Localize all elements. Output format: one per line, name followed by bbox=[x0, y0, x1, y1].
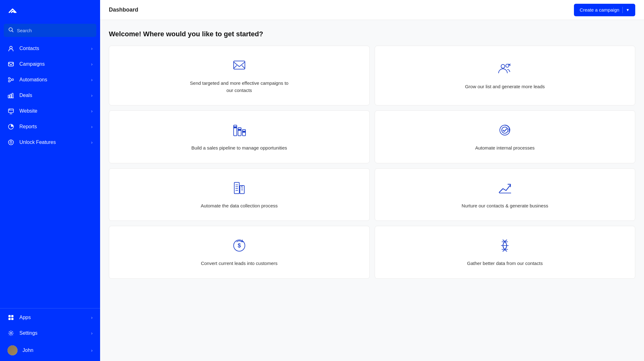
sidebar-item-user[interactable]: John › bbox=[0, 341, 100, 360]
svg-rect-35 bbox=[234, 126, 237, 128]
sidebar-item-settings[interactable]: Settings › bbox=[0, 325, 100, 341]
svg-rect-13 bbox=[8, 109, 13, 113]
svg-text:$: $ bbox=[238, 242, 241, 249]
card-automate-text: Automate internal processes bbox=[475, 145, 535, 152]
sidebar-item-deals[interactable]: Deals › bbox=[0, 88, 100, 103]
unlock-icon bbox=[8, 139, 14, 146]
sidebar-item-unlock-features[interactable]: Unlock Features › bbox=[0, 135, 100, 150]
sidebar-item-website[interactable]: Website › bbox=[0, 103, 100, 119]
sidebar-item-automations[interactable]: Automations › bbox=[0, 72, 100, 88]
svg-rect-10 bbox=[10, 94, 11, 98]
contacts-label: Contacts bbox=[19, 46, 39, 51]
sidebar-item-contacts[interactable]: Contacts › bbox=[0, 41, 100, 56]
automations-icon bbox=[8, 76, 14, 83]
user-label: John bbox=[23, 348, 33, 353]
sidebar: Search Contacts › bbox=[0, 0, 100, 361]
cards-grid: Send targeted and more effective campaig… bbox=[109, 46, 635, 279]
website-chevron: › bbox=[91, 109, 93, 114]
svg-rect-3 bbox=[8, 62, 13, 66]
svg-rect-11 bbox=[12, 93, 13, 98]
header: Dashboard Create a campaign ▼ bbox=[100, 0, 644, 20]
automate-icon bbox=[497, 122, 513, 140]
dashboard-content: Welcome! Where would you like to get sta… bbox=[100, 20, 644, 361]
svg-rect-37 bbox=[238, 129, 241, 131]
sidebar-item-campaigns[interactable]: Campaigns › bbox=[0, 56, 100, 72]
deals-label: Deals bbox=[19, 93, 32, 98]
card-nurture[interactable]: Nurture our contacts & generate business bbox=[375, 168, 636, 221]
card-pipeline-text: Build a sales pipeline to manage opportu… bbox=[191, 145, 287, 152]
svg-line-8 bbox=[10, 80, 12, 81]
svg-rect-24 bbox=[8, 318, 11, 320]
svg-line-7 bbox=[10, 79, 12, 80]
svg-rect-27 bbox=[234, 61, 245, 69]
dna-icon bbox=[497, 237, 513, 255]
svg-rect-39 bbox=[242, 131, 246, 133]
svg-rect-36 bbox=[238, 128, 241, 136]
button-chevron-icon: ▼ bbox=[626, 8, 630, 12]
sidebar-item-reports[interactable]: Reports › bbox=[0, 119, 100, 135]
contacts-icon bbox=[8, 45, 14, 52]
card-convert[interactable]: $ Convert current leads into customers bbox=[109, 226, 370, 279]
email-campaign-icon bbox=[231, 57, 247, 75]
svg-rect-23 bbox=[11, 315, 13, 317]
settings-label: Settings bbox=[19, 330, 38, 336]
svg-rect-42 bbox=[234, 182, 239, 194]
svg-line-1 bbox=[12, 31, 13, 32]
card-convert-text: Convert current leads into customers bbox=[201, 260, 277, 267]
card-gather[interactable]: Gather better data from our contacts bbox=[375, 226, 636, 279]
svg-rect-5 bbox=[8, 80, 10, 82]
search-box[interactable]: Search bbox=[4, 24, 96, 37]
unlock-features-label: Unlock Features bbox=[19, 140, 56, 145]
svg-point-2 bbox=[10, 46, 12, 49]
card-leads[interactable]: Grow our list and generate more leads bbox=[375, 46, 636, 105]
settings-icon bbox=[8, 330, 14, 337]
svg-rect-25 bbox=[11, 318, 13, 320]
website-icon bbox=[8, 108, 14, 114]
unlock-chevron: › bbox=[91, 140, 93, 145]
sidebar-logo[interactable] bbox=[0, 0, 100, 24]
card-data-collection[interactable]: Automate the data collection process bbox=[109, 168, 370, 221]
website-label: Website bbox=[19, 108, 38, 114]
main-content: Dashboard Create a campaign ▼ Welcome! W… bbox=[100, 0, 644, 361]
svg-rect-6 bbox=[12, 79, 13, 80]
create-campaign-button[interactable]: Create a campaign ▼ bbox=[574, 4, 635, 16]
deals-icon bbox=[8, 92, 14, 99]
search-icon bbox=[8, 27, 14, 34]
settings-chevron: › bbox=[91, 331, 93, 336]
page-title: Dashboard bbox=[109, 7, 138, 13]
reports-chevron: › bbox=[91, 124, 93, 129]
reports-label: Reports bbox=[19, 124, 37, 130]
svg-point-20 bbox=[10, 141, 12, 143]
apps-icon bbox=[8, 314, 14, 321]
automations-label: Automations bbox=[19, 77, 47, 83]
svg-point-26 bbox=[10, 332, 12, 334]
reports-icon bbox=[8, 123, 14, 130]
search-label: Search bbox=[17, 28, 32, 33]
card-data-collection-text: Automate the data collection process bbox=[201, 202, 278, 210]
svg-line-28 bbox=[242, 65, 245, 69]
card-nurture-text: Nurture our contacts & generate business bbox=[462, 202, 548, 210]
sidebar-bottom: Apps › Settings › bbox=[0, 308, 100, 361]
svg-point-31 bbox=[506, 64, 509, 67]
pipeline-icon bbox=[231, 122, 247, 140]
card-gather-text: Gather better data from our contacts bbox=[467, 260, 543, 267]
create-campaign-label: Create a campaign bbox=[580, 7, 619, 13]
people-leads-icon bbox=[497, 61, 513, 78]
svg-rect-22 bbox=[8, 315, 11, 317]
svg-rect-4 bbox=[8, 78, 10, 79]
automations-chevron: › bbox=[91, 77, 93, 82]
apps-label: Apps bbox=[19, 315, 31, 320]
svg-point-30 bbox=[501, 64, 505, 68]
welcome-title: Welcome! Where would you like to get sta… bbox=[109, 30, 635, 38]
contacts-chevron: › bbox=[91, 46, 93, 51]
card-campaigns[interactable]: Send targeted and more effective campaig… bbox=[109, 46, 370, 105]
campaigns-icon bbox=[8, 61, 14, 68]
card-leads-text: Grow our list and generate more leads bbox=[465, 83, 545, 90]
sidebar-item-apps[interactable]: Apps › bbox=[0, 310, 100, 325]
sidebar-nav: Contacts › Campaigns › bbox=[0, 39, 100, 308]
deals-chevron: › bbox=[91, 93, 93, 98]
card-automate[interactable]: Automate internal processes bbox=[375, 110, 636, 163]
card-pipeline[interactable]: Build a sales pipeline to manage opportu… bbox=[109, 110, 370, 163]
button-divider bbox=[622, 7, 623, 13]
campaigns-label: Campaigns bbox=[19, 61, 45, 67]
